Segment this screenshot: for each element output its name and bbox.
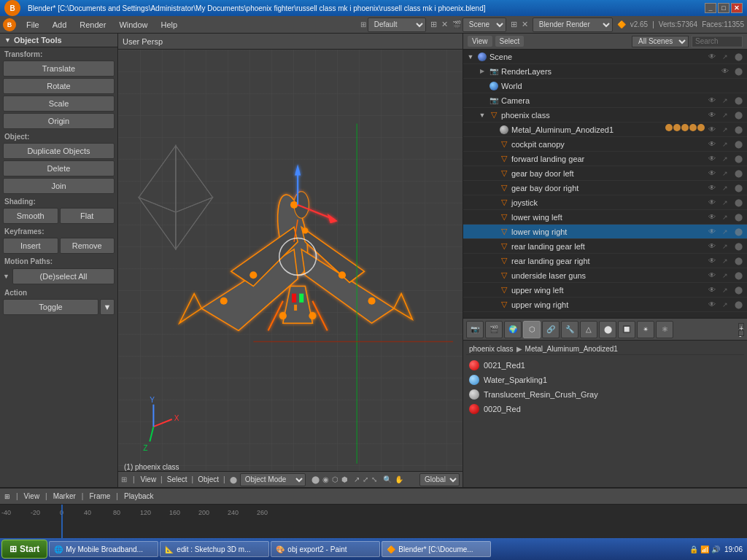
scale-button[interactable]: Scale [3, 96, 115, 112]
close-button[interactable]: ✕ [731, 3, 743, 13]
start-button[interactable]: ⊞ Start [1, 540, 47, 559]
material-water[interactable]: Water_Sparkling1 [466, 373, 744, 387]
object-menu[interactable]: Object [198, 475, 219, 483]
tab-view[interactable]: View [468, 36, 492, 47]
lower-wing-right-item[interactable]: ▽ lower wing right 👁 ↗ ⬤ [463, 225, 747, 239]
rear-gear-left-item[interactable]: ▽ rear landing gear left 👁 ↗ ⬤ [463, 239, 747, 254]
panel-scroll-down[interactable]: - [738, 330, 744, 336]
world-item[interactable]: World [463, 79, 747, 93]
prop-constraint-btn[interactable]: 🔗 [542, 321, 560, 338]
camera-cursor[interactable]: ↗ [719, 95, 731, 106]
toggle-button[interactable]: Toggle [3, 299, 98, 315]
upper-wing-left-item[interactable]: ▽ upper wing left 👁 ↗ ⬤ [463, 283, 747, 298]
material-red1[interactable]: 0021_Red1 [466, 358, 744, 373]
phoenix-render[interactable]: ⬤ [732, 109, 744, 121]
lower-wing-left-item[interactable]: ▽ lower wing left 👁 ↗ ⬤ [463, 210, 747, 225]
taskbar-item-broadband[interactable]: 🌐 My Mobile Broadband... [49, 541, 158, 557]
tab-select[interactable]: Select [495, 36, 525, 47]
select-menu[interactable]: Select [167, 475, 187, 483]
menu-render[interactable]: Render [74, 19, 112, 31]
scene-item[interactable]: ▼ Scene 👁 ↗ ⬤ [463, 50, 747, 64]
tl-frame-menu[interactable]: Frame [89, 492, 110, 500]
tl-view-menu[interactable]: View [24, 492, 40, 500]
minimize-button[interactable]: _ [705, 3, 716, 13]
window-controls[interactable]: _ □ ✕ [705, 3, 743, 13]
forward-gear-item[interactable]: ▽ forward landing gear 👁 ↗ ⬤ [463, 152, 747, 166]
taskbar-item-sketchup[interactable]: 📐 edit : Sketchup 3D m... [160, 541, 269, 557]
maximize-button[interactable]: □ [718, 3, 729, 13]
prop-render-btn[interactable]: 📷 [466, 321, 484, 338]
panel-scroll-up[interactable]: + [738, 323, 744, 329]
translate-button[interactable]: Translate [3, 61, 115, 77]
deselect-all-button[interactable]: (De)select All [12, 268, 115, 284]
prop-material-btn[interactable]: ⬤ [599, 321, 616, 338]
view-menu[interactable]: View [141, 475, 157, 483]
taskbar-item-blender[interactable]: 🔶 Blender* [C:\Docume... [382, 541, 491, 557]
scene-render[interactable]: ⬤ [732, 51, 744, 63]
join-button[interactable]: Join [3, 178, 115, 194]
menu-help[interactable]: Help [155, 19, 184, 31]
prop-particle-btn[interactable]: ✴ [637, 321, 654, 338]
taskbar-item-paint[interactable]: 🎨 obj export2 - Paint [271, 541, 380, 557]
material-item[interactable]: Metal_Aluminum_Anodized1 👁 [463, 122, 747, 137]
mat-cursor[interactable]: ↗ [719, 124, 731, 136]
menu-add[interactable]: Add [47, 19, 73, 31]
origin-button[interactable]: Origin [3, 113, 115, 129]
viewport[interactable]: User Persp [118, 34, 462, 487]
flat-button[interactable]: Flat [60, 208, 115, 224]
breadcrumb-material[interactable]: Metal_Aluminum_Anodized1 [525, 345, 618, 353]
menu-file[interactable]: File [20, 19, 45, 31]
prop-scene-btn[interactable]: 🎬 [485, 321, 503, 338]
upper-wing-right-item[interactable]: ▽ upper wing right 👁 ↗ ⬤ [463, 298, 747, 312]
insert-button[interactable]: Insert [3, 238, 58, 254]
menu-window[interactable]: Window [113, 19, 153, 31]
smooth-button[interactable]: Smooth [3, 208, 58, 224]
material-resin[interactable]: Translucent_Resin_Crush_Gray [466, 387, 744, 402]
phoenix-toggle[interactable]: ▼ [478, 111, 487, 120]
phoenix-cursor[interactable]: ↗ [719, 109, 731, 121]
scene-toggle[interactable]: ▼ [466, 52, 475, 61]
camera-eye[interactable]: 👁 [706, 95, 718, 106]
gear-bay-left-item[interactable]: ▽ gear bay door left 👁 ↗ ⬤ [463, 166, 747, 181]
renderlayers-render[interactable]: ⬤ [732, 66, 744, 77]
prop-data-btn[interactable]: △ [580, 321, 597, 338]
rear-gear-right-item[interactable]: ▽ rear landing gear right 👁 ↗ ⬤ [463, 254, 747, 268]
breadcrumb-phoenix[interactable]: phoenix class [469, 345, 514, 353]
prop-modifier-btn[interactable]: 🔧 [561, 321, 578, 338]
mat-render[interactable]: ⬤ [732, 124, 744, 136]
duplicate-objects-button[interactable]: Duplicate Objects [3, 143, 115, 159]
scene-cursor[interactable]: ↗ [719, 51, 731, 63]
mode-select[interactable]: Object Mode [240, 473, 306, 486]
outliner-tree[interactable]: ▼ Scene 👁 ↗ ⬤ ▶ 📷 [463, 50, 747, 318]
prop-world-btn[interactable]: 🌍 [504, 321, 522, 338]
action-dropdown[interactable]: ▼ [100, 299, 115, 315]
delete-button[interactable]: Delete [3, 160, 115, 176]
engine-select[interactable]: Blender Render [533, 18, 613, 32]
rotate-button[interactable]: Rotate [3, 78, 115, 94]
tl-playback-menu[interactable]: Playback [124, 492, 154, 500]
cockpit-item[interactable]: ▽ cockpit canopy 👁 ↗ ⬤ [463, 137, 747, 152]
laser-guns-item[interactable]: ▽ underside laser guns 👁 ↗ ⬤ [463, 268, 747, 283]
scene-dropdown[interactable]: All Scenes [632, 36, 689, 47]
remove-button[interactable]: Remove [60, 238, 115, 254]
viewport-canvas[interactable]: X Y Z [118, 50, 462, 471]
prop-texture-btn[interactable]: 🔲 [618, 321, 635, 338]
tl-marker-menu[interactable]: Marker [53, 492, 76, 500]
search-input[interactable] [692, 36, 743, 47]
material-red2[interactable]: 0020_Red [466, 402, 744, 416]
prop-physics-btn[interactable]: ⚛ [656, 321, 673, 338]
scene-select[interactable]: Scene [462, 18, 506, 32]
camera-render[interactable]: ⬤ [732, 95, 744, 106]
renderlayers-toggle[interactable]: ▶ [478, 67, 487, 76]
camera-item[interactable]: 📷 Camera 👁 ↗ ⬤ [463, 93, 747, 108]
scene-eye[interactable]: 👁 [706, 51, 718, 63]
mat-eye[interactable]: 👁 [706, 124, 718, 136]
renderlayers-eye[interactable]: 👁 [719, 66, 731, 77]
joystick-item[interactable]: ▽ joystick 👁 ↗ ⬤ [463, 195, 747, 210]
phoenix-eye[interactable]: 👁 [706, 109, 718, 121]
gear-bay-right-item[interactable]: ▽ gear bay door right 👁 ↗ ⬤ [463, 181, 747, 195]
layout-select[interactable]: Default [368, 18, 426, 32]
prop-object-btn[interactable]: ⬡ [523, 321, 541, 338]
renderlayers-item[interactable]: ▶ 📷 RenderLayers 👁 ⬤ [463, 64, 747, 79]
pivot-select[interactable]: Global [419, 473, 460, 486]
